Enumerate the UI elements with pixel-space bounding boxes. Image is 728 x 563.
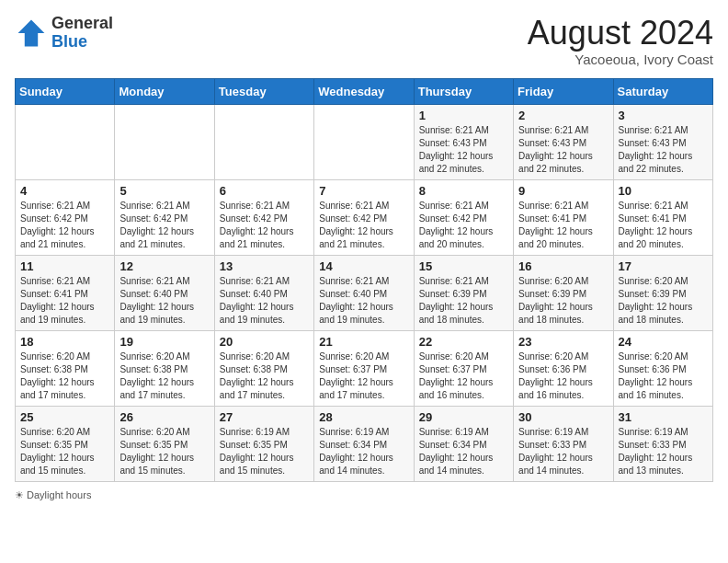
day-info: Sunrise: 6:21 AM Sunset: 6:42 PM Dayligh… — [319, 200, 408, 251]
day-cell: 25Sunrise: 6:20 AM Sunset: 6:35 PM Dayli… — [16, 406, 115, 481]
day-cell: 3Sunrise: 6:21 AM Sunset: 6:43 PM Daylig… — [613, 104, 712, 179]
day-number: 5 — [119, 184, 209, 198]
calendar-table: SundayMondayTuesdayWednesdayThursdayFrid… — [15, 78, 713, 482]
week-row-1: 1Sunrise: 6:21 AM Sunset: 6:43 PM Daylig… — [16, 104, 713, 179]
calendar-header: SundayMondayTuesdayWednesdayThursdayFrid… — [16, 78, 713, 104]
day-info: Sunrise: 6:19 AM Sunset: 6:34 PM Dayligh… — [419, 426, 508, 477]
day-cell: 26Sunrise: 6:20 AM Sunset: 6:35 PM Dayli… — [115, 406, 214, 481]
month-year: August 2024 — [528, 15, 713, 52]
day-info: Sunrise: 6:20 AM Sunset: 6:36 PM Dayligh… — [518, 350, 608, 402]
day-info: Sunrise: 6:20 AM Sunset: 6:39 PM Dayligh… — [518, 275, 608, 327]
day-number: 27 — [220, 410, 309, 424]
title-block: August 2024 Yacoeoua, Ivory Coast — [528, 15, 713, 67]
day-cell: 10Sunrise: 6:21 AM Sunset: 6:41 PM Dayli… — [613, 179, 712, 255]
header-cell-friday: Friday — [514, 78, 613, 104]
day-cell: 1Sunrise: 6:21 AM Sunset: 6:43 PM Daylig… — [414, 104, 513, 179]
day-number: 7 — [319, 184, 408, 198]
day-cell: 14Sunrise: 6:21 AM Sunset: 6:40 PM Dayli… — [314, 255, 414, 330]
day-number: 6 — [220, 184, 309, 198]
day-cell: 6Sunrise: 6:21 AM Sunset: 6:42 PM Daylig… — [214, 179, 313, 255]
header-cell-sunday: Sunday — [16, 78, 115, 104]
day-info: Sunrise: 6:21 AM Sunset: 6:39 PM Dayligh… — [419, 275, 508, 327]
day-info: Sunrise: 6:21 AM Sunset: 6:41 PM Dayligh… — [619, 200, 708, 251]
day-info: Sunrise: 6:20 AM Sunset: 6:35 PM Dayligh… — [119, 426, 209, 477]
day-info: Sunrise: 6:20 AM Sunset: 6:37 PM Dayligh… — [319, 350, 408, 402]
logo-general: General — [51, 14, 113, 32]
day-cell — [214, 104, 313, 179]
week-row-4: 18Sunrise: 6:20 AM Sunset: 6:38 PM Dayli… — [16, 330, 713, 406]
day-number: 3 — [619, 109, 708, 122]
day-number: 9 — [518, 184, 608, 198]
day-number: 2 — [518, 109, 608, 122]
day-number: 19 — [119, 335, 209, 349]
day-number: 24 — [619, 335, 708, 349]
day-cell: 22Sunrise: 6:20 AM Sunset: 6:37 PM Dayli… — [414, 330, 513, 406]
day-number: 14 — [319, 259, 408, 273]
week-row-2: 4Sunrise: 6:21 AM Sunset: 6:42 PM Daylig… — [16, 179, 713, 255]
day-cell: 8Sunrise: 6:21 AM Sunset: 6:42 PM Daylig… — [414, 179, 513, 255]
day-number: 30 — [518, 410, 608, 424]
day-cell: 28Sunrise: 6:19 AM Sunset: 6:34 PM Dayli… — [314, 406, 414, 481]
day-cell: 18Sunrise: 6:20 AM Sunset: 6:38 PM Dayli… — [16, 330, 115, 406]
day-cell: 2Sunrise: 6:21 AM Sunset: 6:43 PM Daylig… — [514, 104, 613, 179]
day-number: 17 — [619, 259, 708, 273]
header-cell-saturday: Saturday — [613, 78, 712, 104]
day-number: 20 — [220, 335, 309, 349]
day-info: Sunrise: 6:21 AM Sunset: 6:43 PM Dayligh… — [419, 124, 508, 176]
day-info: Sunrise: 6:19 AM Sunset: 6:33 PM Dayligh… — [518, 426, 608, 477]
day-cell: 24Sunrise: 6:20 AM Sunset: 6:36 PM Dayli… — [613, 330, 712, 406]
header-cell-thursday: Thursday — [414, 78, 513, 104]
day-cell: 17Sunrise: 6:20 AM Sunset: 6:39 PM Dayli… — [613, 255, 712, 330]
week-row-5: 25Sunrise: 6:20 AM Sunset: 6:35 PM Dayli… — [16, 406, 713, 481]
day-cell — [314, 104, 414, 179]
day-cell: 4Sunrise: 6:21 AM Sunset: 6:42 PM Daylig… — [16, 179, 115, 255]
day-info: Sunrise: 6:20 AM Sunset: 6:38 PM Dayligh… — [119, 350, 209, 402]
day-info: Sunrise: 6:21 AM Sunset: 6:40 PM Dayligh… — [220, 275, 309, 327]
day-cell: 19Sunrise: 6:20 AM Sunset: 6:38 PM Dayli… — [115, 330, 214, 406]
day-number: 16 — [518, 259, 608, 273]
location: Yacoeoua, Ivory Coast — [528, 52, 713, 67]
day-info: Sunrise: 6:21 AM Sunset: 6:43 PM Dayligh… — [619, 124, 708, 176]
day-info: Sunrise: 6:20 AM Sunset: 6:38 PM Dayligh… — [220, 350, 309, 402]
day-cell — [115, 104, 214, 179]
logo-icon — [15, 17, 48, 50]
logo-blue: Blue — [51, 32, 87, 51]
day-info: Sunrise: 6:20 AM Sunset: 6:38 PM Dayligh… — [20, 350, 109, 402]
day-cell: 20Sunrise: 6:20 AM Sunset: 6:38 PM Dayli… — [214, 330, 313, 406]
day-info: Sunrise: 6:20 AM Sunset: 6:37 PM Dayligh… — [419, 350, 508, 402]
day-info: Sunrise: 6:19 AM Sunset: 6:33 PM Dayligh… — [619, 426, 708, 477]
day-number: 18 — [20, 335, 109, 349]
day-number: 21 — [319, 335, 408, 349]
day-info: Sunrise: 6:21 AM Sunset: 6:42 PM Dayligh… — [20, 200, 109, 251]
day-cell: 23Sunrise: 6:20 AM Sunset: 6:36 PM Dayli… — [514, 330, 613, 406]
day-cell: 5Sunrise: 6:21 AM Sunset: 6:42 PM Daylig… — [115, 179, 214, 255]
day-info: Sunrise: 6:21 AM Sunset: 6:40 PM Dayligh… — [119, 275, 209, 327]
day-cell: 12Sunrise: 6:21 AM Sunset: 6:40 PM Dayli… — [115, 255, 214, 330]
day-cell — [16, 104, 115, 179]
day-info: Sunrise: 6:20 AM Sunset: 6:39 PM Dayligh… — [619, 275, 708, 327]
day-number: 4 — [20, 184, 109, 198]
day-info: Sunrise: 6:21 AM Sunset: 6:40 PM Dayligh… — [319, 275, 408, 327]
day-cell: 9Sunrise: 6:21 AM Sunset: 6:41 PM Daylig… — [514, 179, 613, 255]
day-info: Sunrise: 6:21 AM Sunset: 6:41 PM Dayligh… — [518, 200, 608, 251]
day-number: 22 — [419, 335, 508, 349]
day-number: 13 — [220, 259, 309, 273]
day-cell: 30Sunrise: 6:19 AM Sunset: 6:33 PM Dayli… — [514, 406, 613, 481]
day-cell: 21Sunrise: 6:20 AM Sunset: 6:37 PM Dayli… — [314, 330, 414, 406]
day-info: Sunrise: 6:20 AM Sunset: 6:36 PM Dayligh… — [619, 350, 708, 402]
header-cell-monday: Monday — [115, 78, 214, 104]
day-cell: 27Sunrise: 6:19 AM Sunset: 6:35 PM Dayli… — [214, 406, 313, 481]
calendar-body: 1Sunrise: 6:21 AM Sunset: 6:43 PM Daylig… — [16, 104, 713, 481]
day-number: 26 — [119, 410, 209, 424]
logo: General Blue — [15, 15, 113, 52]
legend-label: Daylight hours — [27, 489, 91, 500]
day-info: Sunrise: 6:21 AM Sunset: 6:41 PM Dayligh… — [20, 275, 109, 327]
svg-marker-0 — [18, 19, 45, 46]
day-cell: 11Sunrise: 6:21 AM Sunset: 6:41 PM Dayli… — [16, 255, 115, 330]
logo-text: General Blue — [51, 15, 113, 52]
header-cell-tuesday: Tuesday — [214, 78, 313, 104]
day-number: 10 — [619, 184, 708, 198]
day-info: Sunrise: 6:21 AM Sunset: 6:42 PM Dayligh… — [419, 200, 508, 251]
day-info: Sunrise: 6:21 AM Sunset: 6:42 PM Dayligh… — [220, 200, 309, 251]
day-cell: 13Sunrise: 6:21 AM Sunset: 6:40 PM Dayli… — [214, 255, 313, 330]
